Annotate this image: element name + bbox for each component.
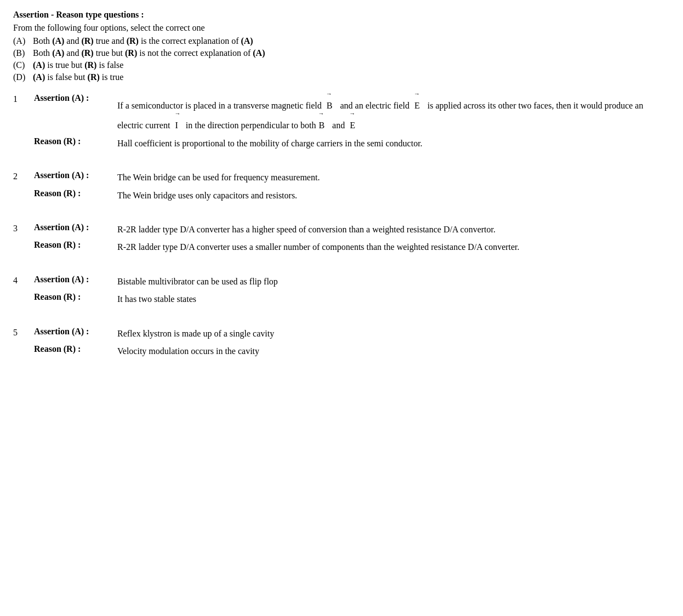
q5-number: 5 bbox=[13, 327, 26, 362]
q1-assertion-label: Assertion (A) : bbox=[34, 93, 111, 133]
q4-assertion-label: Assertion (A) : bbox=[34, 275, 111, 289]
q3-reason-label: Reason (R) : bbox=[34, 240, 111, 254]
q5-assertion-text: Reflex klystron is made up of a single c… bbox=[117, 327, 670, 341]
q5-content: Assertion (A) : Reflex klystron is made … bbox=[34, 327, 670, 362]
questions-section: 1 Assertion (A) : If a semiconductor is … bbox=[13, 93, 670, 362]
q1-content: Assertion (A) : If a semiconductor is pl… bbox=[34, 93, 670, 154]
options-list: (A) Both (A) and (R) true and (R) is the… bbox=[13, 36, 670, 82]
q2-reason-label: Reason (R) : bbox=[34, 189, 111, 203]
q2-assertion-row: Assertion (A) : The Wein bridge can be u… bbox=[34, 170, 670, 185]
q1-assertion-text: If a semiconductor is placed in a transv… bbox=[117, 93, 670, 133]
q5-reason-label: Reason (R) : bbox=[34, 344, 111, 358]
q1-reason-label: Reason (R) : bbox=[34, 136, 111, 151]
option-d-text: (A) is false but (R) is true bbox=[33, 72, 123, 82]
q3-reason-text: R-2R ladder type D/A converter uses a sm… bbox=[117, 240, 670, 254]
q1-reason-text: Hall coefficient is proportional to the … bbox=[117, 136, 670, 151]
q2-assertion-label: Assertion (A) : bbox=[34, 170, 111, 185]
q2-number: 2 bbox=[13, 170, 26, 206]
option-d: (D) (A) is false but (R) is true bbox=[13, 72, 670, 82]
q5-assertion-label: Assertion (A) : bbox=[34, 327, 111, 341]
q3-reason-row: Reason (R) : R-2R ladder type D/A conver… bbox=[34, 240, 670, 254]
q3-assertion-row: Assertion (A) : R-2R ladder type D/A con… bbox=[34, 223, 670, 237]
intro-text: From the following four options, select … bbox=[13, 23, 670, 33]
q1-reason-row: Reason (R) : Hall coefficient is proport… bbox=[34, 136, 670, 151]
q4-content: Assertion (A) : Bistable multivibrator c… bbox=[34, 275, 670, 310]
question-3: 3 Assertion (A) : R-2R ladder type D/A c… bbox=[13, 223, 670, 258]
option-letter-c: (C) bbox=[13, 60, 29, 70]
option-a-text: Both (A) and (R) true and (R) is the cor… bbox=[33, 36, 253, 46]
option-a: (A) Both (A) and (R) true and (R) is the… bbox=[13, 36, 670, 46]
q2-reason-row: Reason (R) : The Wein bridge uses only c… bbox=[34, 189, 670, 203]
question-2: 2 Assertion (A) : The Wein bridge can be… bbox=[13, 170, 670, 206]
q2-assertion-text: The Wein bridge can be used for frequenc… bbox=[117, 170, 670, 185]
option-letter-b: (B) bbox=[13, 48, 29, 58]
q1-assertion-row: Assertion (A) : If a semiconductor is pl… bbox=[34, 93, 670, 133]
page-container: Assertion - Reason type questions : From… bbox=[13, 10, 670, 362]
question-5: 5 Assertion (A) : Reflex klystron is mad… bbox=[13, 327, 670, 362]
question-4: 4 Assertion (A) : Bistable multivibrator… bbox=[13, 275, 670, 310]
q4-reason-row: Reason (R) : It has two stable states bbox=[34, 292, 670, 306]
q5-assertion-row: Assertion (A) : Reflex klystron is made … bbox=[34, 327, 670, 341]
question-1: 1 Assertion (A) : If a semiconductor is … bbox=[13, 93, 670, 154]
q1-number: 1 bbox=[13, 93, 26, 154]
q4-reason-text: It has two stable states bbox=[117, 292, 670, 306]
option-letter-d: (D) bbox=[13, 72, 29, 82]
q3-assertion-text: R-2R ladder type D/A converter has a hig… bbox=[117, 223, 670, 237]
q2-reason-text: The Wein bridge uses only capacitors and… bbox=[117, 189, 670, 203]
q5-reason-text: Velocity modulation occurs in the cavity bbox=[117, 344, 670, 358]
q3-number: 3 bbox=[13, 223, 26, 258]
q5-reason-row: Reason (R) : Velocity modulation occurs … bbox=[34, 344, 670, 358]
q4-assertion-text: Bistable multivibrator can be used as fl… bbox=[117, 275, 670, 289]
page-title: Assertion - Reason type questions : bbox=[13, 10, 670, 20]
option-b: (B) Both (A) and (R) true but (R) is not… bbox=[13, 48, 670, 58]
q3-content: Assertion (A) : R-2R ladder type D/A con… bbox=[34, 223, 670, 258]
q4-reason-label: Reason (R) : bbox=[34, 292, 111, 306]
option-b-text: Both (A) and (R) true but (R) is not the… bbox=[33, 48, 265, 58]
option-c: (C) (A) is true but (R) is false bbox=[13, 60, 670, 70]
q4-number: 4 bbox=[13, 275, 26, 310]
q3-assertion-label: Assertion (A) : bbox=[34, 223, 111, 237]
option-letter-a: (A) bbox=[13, 36, 29, 46]
q2-content: Assertion (A) : The Wein bridge can be u… bbox=[34, 170, 670, 206]
option-c-text: (A) is true but (R) is false bbox=[33, 60, 123, 70]
q4-assertion-row: Assertion (A) : Bistable multivibrator c… bbox=[34, 275, 670, 289]
